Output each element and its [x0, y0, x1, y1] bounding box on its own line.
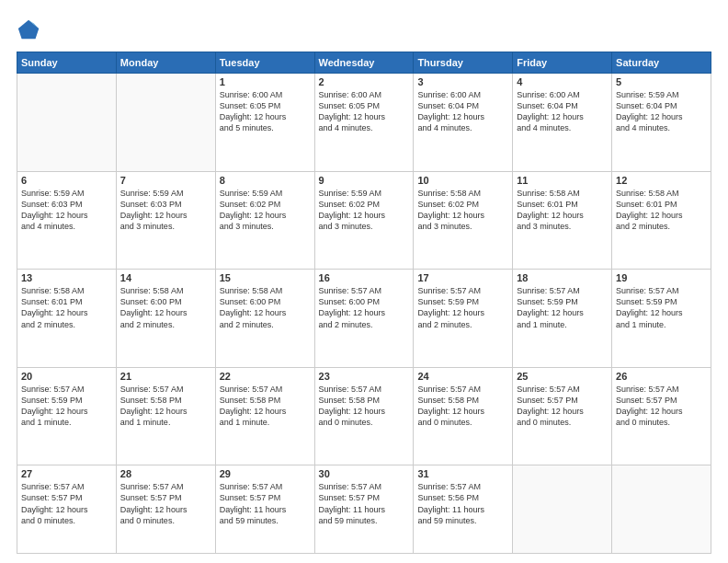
day-number: 30 — [319, 468, 410, 479]
calendar-cell: 15Sunrise: 5:58 AM Sunset: 6:00 PM Dayli… — [215, 270, 314, 368]
weekday-header-wednesday: Wednesday — [314, 52, 414, 74]
calendar-cell: 8Sunrise: 5:59 AM Sunset: 6:02 PM Daylig… — [215, 171, 314, 270]
weekday-header-monday: Monday — [116, 52, 215, 74]
day-number: 9 — [319, 175, 410, 186]
day-number: 19 — [616, 272, 707, 283]
cell-info: Sunrise: 5:57 AM Sunset: 5:58 PM Dayligh… — [220, 384, 311, 429]
cell-info: Sunrise: 5:57 AM Sunset: 5:57 PM Dayligh… — [319, 481, 410, 526]
day-number: 13 — [21, 272, 112, 283]
calendar-cell: 16Sunrise: 5:57 AM Sunset: 6:00 PM Dayli… — [314, 270, 414, 368]
cell-info: Sunrise: 5:59 AM Sunset: 6:03 PM Dayligh… — [120, 188, 211, 233]
cell-info: Sunrise: 5:57 AM Sunset: 5:57 PM Dayligh… — [517, 384, 608, 429]
cell-info: Sunrise: 5:58 AM Sunset: 6:01 PM Dayligh… — [517, 188, 608, 233]
calendar-cell — [17, 74, 117, 172]
calendar-cell: 10Sunrise: 5:58 AM Sunset: 6:02 PM Dayli… — [414, 171, 513, 270]
cell-info: Sunrise: 5:57 AM Sunset: 5:59 PM Dayligh… — [417, 285, 508, 330]
day-number: 23 — [319, 371, 410, 382]
cell-info: Sunrise: 5:57 AM Sunset: 5:57 PM Dayligh… — [616, 384, 707, 429]
cell-info: Sunrise: 5:59 AM Sunset: 6:02 PM Dayligh… — [220, 188, 311, 233]
calendar-cell: 3Sunrise: 6:00 AM Sunset: 6:04 PM Daylig… — [414, 74, 513, 172]
cell-info: Sunrise: 5:57 AM Sunset: 5:57 PM Dayligh… — [220, 481, 311, 526]
day-number: 31 — [417, 468, 508, 479]
day-number: 18 — [517, 272, 608, 283]
day-number: 8 — [220, 175, 311, 186]
cell-info: Sunrise: 6:00 AM Sunset: 6:05 PM Dayligh… — [319, 89, 410, 134]
calendar-cell: 19Sunrise: 5:57 AM Sunset: 5:59 PM Dayli… — [612, 270, 711, 368]
calendar-cell: 20Sunrise: 5:57 AM Sunset: 5:59 PM Dayli… — [17, 367, 117, 465]
week-row-2: 6Sunrise: 5:59 AM Sunset: 6:03 PM Daylig… — [17, 171, 711, 270]
calendar-cell: 18Sunrise: 5:57 AM Sunset: 5:59 PM Dayli… — [513, 270, 612, 368]
calendar-cell: 21Sunrise: 5:57 AM Sunset: 5:58 PM Dayli… — [116, 367, 215, 465]
calendar-cell — [612, 465, 711, 554]
day-number: 22 — [220, 371, 311, 382]
page: SundayMondayTuesdayWednesdayThursdayFrid… — [0, 0, 728, 563]
cell-info: Sunrise: 6:00 AM Sunset: 6:04 PM Dayligh… — [417, 89, 508, 134]
weekday-header-row: SundayMondayTuesdayWednesdayThursdayFrid… — [17, 52, 711, 74]
day-number: 17 — [417, 272, 508, 283]
cell-info: Sunrise: 5:57 AM Sunset: 5:56 PM Dayligh… — [417, 481, 508, 526]
calendar-cell: 6Sunrise: 5:59 AM Sunset: 6:03 PM Daylig… — [17, 171, 117, 270]
week-row-3: 13Sunrise: 5:58 AM Sunset: 6:01 PM Dayli… — [17, 270, 711, 368]
cell-info: Sunrise: 5:58 AM Sunset: 6:01 PM Dayligh… — [21, 285, 112, 330]
calendar-cell — [116, 74, 215, 172]
calendar-cell: 25Sunrise: 5:57 AM Sunset: 5:57 PM Dayli… — [513, 367, 612, 465]
calendar-cell: 2Sunrise: 6:00 AM Sunset: 6:05 PM Daylig… — [314, 74, 414, 172]
day-number: 14 — [120, 272, 211, 283]
calendar-cell: 29Sunrise: 5:57 AM Sunset: 5:57 PM Dayli… — [215, 465, 314, 554]
week-row-1: 1Sunrise: 6:00 AM Sunset: 6:05 PM Daylig… — [17, 74, 711, 172]
weekday-header-saturday: Saturday — [612, 52, 711, 74]
day-number: 29 — [220, 468, 311, 479]
calendar-cell: 30Sunrise: 5:57 AM Sunset: 5:57 PM Dayli… — [314, 465, 414, 554]
calendar-cell: 12Sunrise: 5:58 AM Sunset: 6:01 PM Dayli… — [612, 171, 711, 270]
cell-info: Sunrise: 5:59 AM Sunset: 6:04 PM Dayligh… — [616, 89, 707, 134]
cell-info: Sunrise: 5:57 AM Sunset: 5:58 PM Dayligh… — [319, 384, 410, 429]
day-number: 25 — [517, 371, 608, 382]
cell-info: Sunrise: 5:58 AM Sunset: 6:01 PM Dayligh… — [616, 188, 707, 233]
weekday-header-sunday: Sunday — [17, 52, 117, 74]
calendar-cell: 14Sunrise: 5:58 AM Sunset: 6:00 PM Dayli… — [116, 270, 215, 368]
calendar-cell: 5Sunrise: 5:59 AM Sunset: 6:04 PM Daylig… — [612, 74, 711, 172]
day-number: 12 — [616, 175, 707, 186]
calendar-cell: 7Sunrise: 5:59 AM Sunset: 6:03 PM Daylig… — [116, 171, 215, 270]
cell-info: Sunrise: 6:00 AM Sunset: 6:05 PM Dayligh… — [220, 89, 311, 134]
cell-info: Sunrise: 5:57 AM Sunset: 5:59 PM Dayligh… — [616, 285, 707, 330]
calendar: SundayMondayTuesdayWednesdayThursdayFrid… — [17, 52, 711, 554]
day-number: 3 — [417, 76, 508, 87]
calendar-cell: 9Sunrise: 5:59 AM Sunset: 6:02 PM Daylig… — [314, 171, 414, 270]
day-number: 26 — [616, 371, 707, 382]
weekday-header-friday: Friday — [513, 52, 612, 74]
calendar-cell: 31Sunrise: 5:57 AM Sunset: 5:56 PM Dayli… — [414, 465, 513, 554]
calendar-cell: 24Sunrise: 5:57 AM Sunset: 5:58 PM Dayli… — [414, 367, 513, 465]
cell-info: Sunrise: 5:58 AM Sunset: 6:00 PM Dayligh… — [220, 285, 311, 330]
calendar-cell: 22Sunrise: 5:57 AM Sunset: 5:58 PM Dayli… — [215, 367, 314, 465]
day-number: 28 — [120, 468, 211, 479]
weekday-header-thursday: Thursday — [414, 52, 513, 74]
day-number: 20 — [21, 371, 112, 382]
day-number: 1 — [220, 76, 311, 87]
day-number: 24 — [417, 371, 508, 382]
cell-info: Sunrise: 5:58 AM Sunset: 6:02 PM Dayligh… — [417, 188, 508, 233]
day-number: 15 — [220, 272, 311, 283]
calendar-cell: 28Sunrise: 5:57 AM Sunset: 5:57 PM Dayli… — [116, 465, 215, 554]
weekday-header-tuesday: Tuesday — [215, 52, 314, 74]
header — [17, 17, 711, 42]
cell-info: Sunrise: 5:59 AM Sunset: 6:03 PM Dayligh… — [21, 188, 112, 233]
calendar-cell: 1Sunrise: 6:00 AM Sunset: 6:05 PM Daylig… — [215, 74, 314, 172]
day-number: 2 — [319, 76, 410, 87]
calendar-cell — [513, 465, 612, 554]
cell-info: Sunrise: 5:57 AM Sunset: 5:58 PM Dayligh… — [417, 384, 508, 429]
cell-info: Sunrise: 5:57 AM Sunset: 5:57 PM Dayligh… — [120, 481, 211, 526]
calendar-cell: 17Sunrise: 5:57 AM Sunset: 5:59 PM Dayli… — [414, 270, 513, 368]
cell-info: Sunrise: 5:57 AM Sunset: 5:59 PM Dayligh… — [21, 384, 112, 429]
calendar-cell: 13Sunrise: 5:58 AM Sunset: 6:01 PM Dayli… — [17, 270, 117, 368]
calendar-cell: 11Sunrise: 5:58 AM Sunset: 6:01 PM Dayli… — [513, 171, 612, 270]
cell-info: Sunrise: 5:57 AM Sunset: 5:58 PM Dayligh… — [120, 384, 211, 429]
calendar-cell: 26Sunrise: 5:57 AM Sunset: 5:57 PM Dayli… — [612, 367, 711, 465]
day-number: 6 — [21, 175, 112, 186]
cell-info: Sunrise: 5:57 AM Sunset: 5:57 PM Dayligh… — [21, 481, 112, 526]
day-number: 21 — [120, 371, 211, 382]
calendar-cell: 27Sunrise: 5:57 AM Sunset: 5:57 PM Dayli… — [17, 465, 117, 554]
week-row-5: 27Sunrise: 5:57 AM Sunset: 5:57 PM Dayli… — [17, 465, 711, 554]
day-number: 4 — [517, 76, 608, 87]
svg-marker-0 — [18, 20, 39, 40]
